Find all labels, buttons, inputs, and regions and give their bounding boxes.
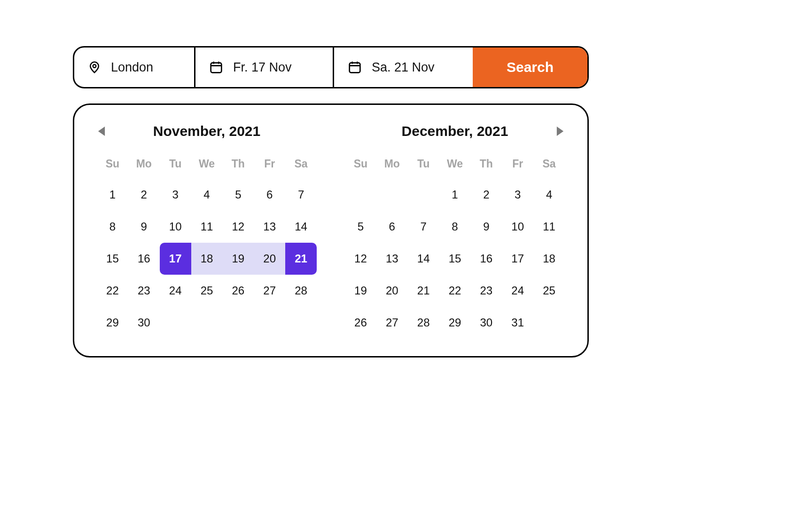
- calendar-day[interactable]: 15: [439, 243, 471, 275]
- calendar-day[interactable]: 5: [222, 179, 254, 211]
- calendar-day[interactable]: 16: [470, 243, 502, 275]
- calendar-day[interactable]: 24: [502, 275, 533, 307]
- search-button[interactable]: Search: [473, 48, 587, 87]
- calendar-day[interactable]: 29: [439, 307, 471, 339]
- weekday-label: Fr: [254, 158, 285, 179]
- checkout-field[interactable]: Sa. 21 Nov: [334, 48, 473, 87]
- calendar-day[interactable]: 22: [97, 275, 128, 307]
- weekday-label: Mo: [128, 158, 160, 179]
- calendar-day[interactable]: 10: [160, 211, 191, 243]
- calendar-week-row: 1234: [345, 179, 565, 211]
- calendar-day-empty: [160, 307, 191, 339]
- calendar-day[interactable]: 16: [128, 243, 160, 275]
- calendar-day[interactable]: 20: [376, 275, 408, 307]
- calendar-day[interactable]: 4: [191, 179, 223, 211]
- calendar-day[interactable]: 1: [97, 179, 128, 211]
- calendar-day[interactable]: 7: [408, 211, 439, 243]
- weekday-header-row: SuMoTuWeThFrSa: [345, 158, 565, 179]
- calendar-day-empty: [408, 179, 439, 211]
- weekday-label: Su: [97, 158, 128, 179]
- weekday-label: Sa: [533, 158, 565, 179]
- calendar-day[interactable]: 8: [439, 211, 471, 243]
- location-field[interactable]: London: [74, 48, 195, 87]
- calendar-day[interactable]: 15: [97, 243, 128, 275]
- prev-month-button[interactable]: [97, 126, 106, 137]
- calendar-day[interactable]: 2: [128, 179, 160, 211]
- calendar-day[interactable]: 9: [470, 211, 502, 243]
- calendar-day[interactable]: 12: [222, 211, 254, 243]
- location-value: London: [111, 60, 153, 75]
- date-range-picker: November, 2021 SuMoTuWeThFrSa 1234567891…: [73, 103, 589, 357]
- calendar-day[interactable]: 4: [533, 179, 565, 211]
- calendar-grid: 1234567891011121314151617181920212223242…: [345, 179, 565, 339]
- calendar-day[interactable]: 11: [191, 211, 223, 243]
- calendar-day[interactable]: 27: [376, 307, 408, 339]
- calendar-day[interactable]: 13: [376, 243, 408, 275]
- calendar-day[interactable]: 17: [502, 243, 533, 275]
- calendar-week-row: 19202122232425: [345, 275, 565, 307]
- location-pin-icon: [87, 60, 102, 74]
- calendar-day[interactable]: 19: [345, 275, 376, 307]
- calendar-day[interactable]: 13: [254, 211, 285, 243]
- svg-marker-10: [557, 127, 563, 136]
- calendar-day[interactable]: 20: [254, 243, 285, 275]
- calendar-day[interactable]: 5: [345, 211, 376, 243]
- calendar-day[interactable]: 31: [502, 307, 533, 339]
- calendar-day-empty: [345, 179, 376, 211]
- calendar-day[interactable]: 30: [470, 307, 502, 339]
- calendar-day[interactable]: 6: [376, 211, 408, 243]
- calendar-day[interactable]: 29: [97, 307, 128, 339]
- calendar-day[interactable]: 21: [408, 275, 439, 307]
- calendar-week-row: 22232425262728: [97, 275, 317, 307]
- calendar-day[interactable]: 8: [97, 211, 128, 243]
- svg-rect-1: [211, 63, 222, 73]
- calendar-day-empty: [191, 307, 223, 339]
- calendar-day[interactable]: 28: [285, 275, 317, 307]
- calendar-day[interactable]: 22: [439, 275, 471, 307]
- calendar-day-empty: [533, 307, 565, 339]
- calendar-day[interactable]: 14: [285, 211, 317, 243]
- calendar-day[interactable]: 3: [160, 179, 191, 211]
- weekday-label: Tu: [408, 158, 439, 179]
- calendar-day[interactable]: 30: [128, 307, 160, 339]
- next-month-button[interactable]: [555, 126, 565, 137]
- calendar-day-empty: [376, 179, 408, 211]
- calendar-month-left: November, 2021 SuMoTuWeThFrSa 1234567891…: [97, 122, 317, 347]
- calendar-day[interactable]: 2: [470, 179, 502, 211]
- calendar-day[interactable]: 26: [222, 275, 254, 307]
- checkin-field[interactable]: Fr. 17 Nov: [195, 48, 334, 87]
- calendar-week-row: 1234567: [97, 179, 317, 211]
- calendar-day[interactable]: 23: [470, 275, 502, 307]
- calendar-day[interactable]: 26: [345, 307, 376, 339]
- svg-point-0: [93, 64, 96, 68]
- calendar-day[interactable]: 3: [502, 179, 533, 211]
- booking-search-bar: London Fr. 17 Nov: [73, 46, 589, 88]
- calendar-week-row: 2930: [97, 307, 317, 339]
- calendar-day[interactable]: 6: [254, 179, 285, 211]
- calendar-day[interactable]: 21: [285, 243, 317, 275]
- calendar-day[interactable]: 19: [222, 243, 254, 275]
- calendar-day[interactable]: 9: [128, 211, 160, 243]
- calendar-day[interactable]: 10: [502, 211, 533, 243]
- calendar-week-row: 891011121314: [97, 211, 317, 243]
- calendar-day[interactable]: 7: [285, 179, 317, 211]
- calendar-day[interactable]: 24: [160, 275, 191, 307]
- calendar-grid: 1234567891011121314151617181920212223242…: [97, 179, 317, 339]
- calendar-day[interactable]: 27: [254, 275, 285, 307]
- checkin-value: Fr. 17 Nov: [233, 60, 292, 75]
- calendar-day[interactable]: 18: [533, 243, 565, 275]
- calendar-day[interactable]: 25: [191, 275, 223, 307]
- weekday-label: Th: [222, 158, 254, 179]
- calendar-day[interactable]: 28: [408, 307, 439, 339]
- month-title: November, 2021: [106, 123, 307, 139]
- calendar-week-row: 262728293031: [345, 307, 565, 339]
- calendar-day[interactable]: 25: [533, 275, 565, 307]
- calendar-day[interactable]: 1: [439, 179, 471, 211]
- calendar-day[interactable]: 18: [191, 243, 223, 275]
- calendar-day[interactable]: 23: [128, 275, 160, 307]
- calendar-day[interactable]: 17: [160, 243, 191, 275]
- calendar-day[interactable]: 11: [533, 211, 565, 243]
- calendar-day[interactable]: 12: [345, 243, 376, 275]
- calendar-day[interactable]: 14: [408, 243, 439, 275]
- weekday-label: Fr: [502, 158, 533, 179]
